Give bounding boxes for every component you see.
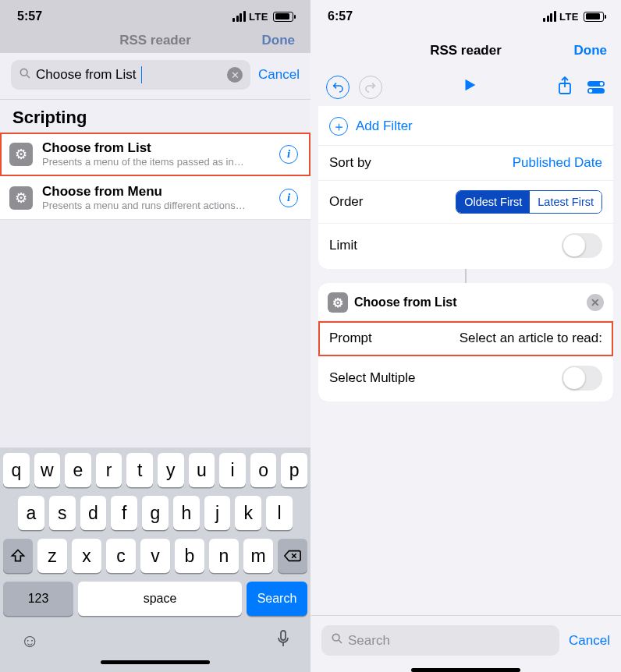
prompt-row[interactable]: Prompt Select an article to read: <box>318 321 613 356</box>
key-c[interactable]: c <box>106 539 136 573</box>
keyboard-bottom-bar: ☺ <box>3 624 307 653</box>
magnifier-icon <box>19 67 31 83</box>
key-a[interactable]: a <box>18 496 44 530</box>
home-indicator[interactable] <box>411 668 520 672</box>
bottom-search-input[interactable]: Search <box>321 625 559 656</box>
network-label: LTE <box>249 11 268 23</box>
prompt-label: Prompt <box>329 331 372 346</box>
status-bar-left: 5:57 LTE <box>0 0 310 33</box>
filter-card: ＋ Add Filter Sort by Published Date Orde… <box>318 106 613 269</box>
svg-point-11 <box>332 634 339 641</box>
results-list: ⚙ Choose from List Presents a menu of th… <box>0 133 310 220</box>
cancel-button[interactable]: Cancel <box>258 67 300 83</box>
limit-row: Limit <box>318 224 613 267</box>
redo-button[interactable] <box>359 76 382 99</box>
limit-label: Limit <box>329 238 357 253</box>
svg-point-8 <box>600 82 603 85</box>
key-e[interactable]: e <box>65 453 91 487</box>
sheet-fill <box>0 220 310 447</box>
key-row-1: q w e r t y u i o p <box>3 453 307 487</box>
svg-rect-4 <box>281 631 286 640</box>
key-m[interactable]: m <box>243 539 273 573</box>
emoji-icon[interactable]: ☺ <box>20 630 40 652</box>
cancel-button[interactable]: Cancel <box>569 633 610 649</box>
svg-point-0 <box>20 69 27 76</box>
order-latest[interactable]: Latest First <box>530 191 601 213</box>
search-input[interactable]: Choose from List ✕ <box>11 60 250 90</box>
status-right: LTE <box>543 11 604 23</box>
numeric-key[interactable]: 123 <box>3 582 73 616</box>
network-label: LTE <box>559 11 579 23</box>
prompt-value[interactable]: Select an article to read: <box>460 331 602 346</box>
svg-line-1 <box>27 75 30 78</box>
backspace-key[interactable] <box>278 539 307 573</box>
search-row: Choose from List ✕ Cancel <box>0 52 310 100</box>
status-right: LTE <box>232 11 293 23</box>
result-choose-from-list[interactable]: ⚙ Choose from List Presents a menu of th… <box>0 133 310 176</box>
card-header: ⚙ Choose from List ✕ <box>318 285 613 321</box>
key-t[interactable]: t <box>126 453 153 487</box>
clear-text-icon[interactable]: ✕ <box>227 67 243 83</box>
select-multiple-toggle[interactable] <box>562 366 602 391</box>
left-pane: 5:57 LTE RSS reader Done Choose from Lis… <box>0 0 310 672</box>
text-cursor <box>141 66 142 83</box>
order-label: Order <box>329 194 363 210</box>
key-p[interactable]: p <box>281 453 307 487</box>
share-button[interactable] <box>557 76 573 99</box>
key-r[interactable]: r <box>96 453 122 487</box>
key-u[interactable]: u <box>189 453 215 487</box>
undo-button[interactable] <box>326 76 350 99</box>
result-choose-from-menu[interactable]: ⚙ Choose from Menu Presents a menu and r… <box>0 176 310 220</box>
search-placeholder: Search <box>348 633 390 649</box>
key-k[interactable]: k <box>235 496 261 530</box>
search-value: Choose from List <box>36 67 137 83</box>
key-row-4: 123 space Search <box>3 582 307 616</box>
mic-icon[interactable] <box>276 629 290 653</box>
key-x[interactable]: x <box>72 539 101 573</box>
sort-by-row[interactable]: Sort by Published Date <box>318 146 613 181</box>
info-icon[interactable]: i <box>279 145 298 164</box>
plus-icon: ＋ <box>329 117 348 136</box>
signal-icon <box>232 11 246 22</box>
status-time: 5:57 <box>17 9 42 23</box>
sort-by-value[interactable]: Published Date <box>513 155 602 171</box>
settings-toggles-icon[interactable] <box>587 80 605 95</box>
magnifier-icon <box>331 632 343 649</box>
add-filter-button[interactable]: ＋ Add Filter <box>318 108 613 146</box>
info-icon[interactable]: i <box>279 189 298 207</box>
key-w[interactable]: w <box>34 453 61 487</box>
home-indicator[interactable] <box>101 660 210 664</box>
nav-bar: RSS reader Done <box>310 33 621 69</box>
key-n[interactable]: n <box>209 539 239 573</box>
search-key[interactable]: Search <box>247 582 307 616</box>
key-g[interactable]: g <box>142 496 169 530</box>
editor-body[interactable]: ＋ Add Filter Sort by Published Date Orde… <box>310 106 621 615</box>
key-v[interactable]: v <box>140 539 170 573</box>
result-subtitle: Presents a menu and runs different actio… <box>42 200 270 211</box>
order-segmented[interactable]: Oldest First Latest First <box>456 190 602 214</box>
key-s[interactable]: s <box>49 496 76 530</box>
key-q[interactable]: q <box>3 453 30 487</box>
key-f[interactable]: f <box>111 496 137 530</box>
space-key[interactable]: space <box>78 582 242 616</box>
dimmed-done: Done <box>262 33 296 48</box>
key-i[interactable]: i <box>219 453 246 487</box>
limit-toggle[interactable] <box>562 233 602 258</box>
key-y[interactable]: y <box>158 453 184 487</box>
key-b[interactable]: b <box>175 539 204 573</box>
key-row-2: a s d f g h j k l <box>3 496 307 530</box>
result-subtitle: Presents a menu of the items passed as i… <box>42 156 270 168</box>
key-h[interactable]: h <box>173 496 200 530</box>
key-d[interactable]: d <box>80 496 107 530</box>
shift-key[interactable] <box>3 539 33 573</box>
close-icon[interactable]: ✕ <box>587 294 604 311</box>
done-button[interactable]: Done <box>574 43 608 58</box>
gear-icon: ⚙ <box>9 143 33 166</box>
key-l[interactable]: l <box>266 496 293 530</box>
key-o[interactable]: o <box>250 453 277 487</box>
run-button[interactable] <box>461 76 478 98</box>
order-oldest[interactable]: Oldest First <box>456 191 530 213</box>
sort-by-label: Sort by <box>329 155 371 171</box>
key-j[interactable]: j <box>204 496 231 530</box>
key-z[interactable]: z <box>37 539 67 573</box>
